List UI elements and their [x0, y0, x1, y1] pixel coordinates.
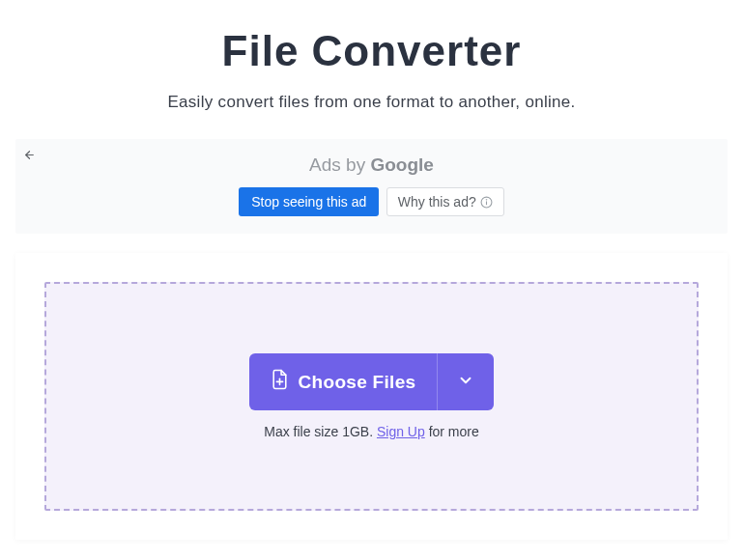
- choose-files-dropdown-button[interactable]: [437, 353, 494, 410]
- stop-seeing-ad-button[interactable]: Stop seeing this ad: [239, 187, 379, 216]
- chevron-down-icon: [457, 372, 474, 392]
- page-title: File Converter: [0, 27, 743, 75]
- ad-container: Ads by Google Stop seeing this ad Why th…: [15, 139, 728, 234]
- choose-files-button[interactable]: Choose Files: [249, 353, 438, 410]
- note-prefix: Max file size 1GB.: [264, 424, 377, 439]
- page-subtitle: Easily convert files from one format to …: [0, 93, 743, 112]
- ad-prefix-text: Ads by: [309, 154, 370, 175]
- ad-brand-text: Google: [370, 154, 433, 175]
- choose-files-group: Choose Files: [249, 353, 495, 410]
- svg-point-3: [486, 199, 487, 200]
- ad-attribution: Ads by Google: [15, 154, 728, 176]
- file-size-note: Max file size 1GB. Sign Up for more: [264, 424, 479, 439]
- info-icon: [480, 196, 493, 209]
- main-card: Choose Files Max file size 1GB. Sign Up …: [15, 253, 728, 540]
- file-dropzone[interactable]: Choose Files Max file size 1GB. Sign Up …: [44, 282, 699, 511]
- why-this-ad-button[interactable]: Why this ad?: [386, 187, 504, 216]
- file-add-icon: [271, 369, 289, 395]
- ad-buttons-row: Stop seeing this ad Why this ad?: [15, 187, 728, 216]
- ad-back-arrow-icon[interactable]: [23, 149, 36, 164]
- sign-up-link[interactable]: Sign Up: [377, 424, 425, 439]
- note-suffix: for more: [425, 424, 479, 439]
- why-this-ad-label: Why this ad?: [398, 194, 476, 210]
- choose-files-label: Choose Files: [299, 372, 416, 393]
